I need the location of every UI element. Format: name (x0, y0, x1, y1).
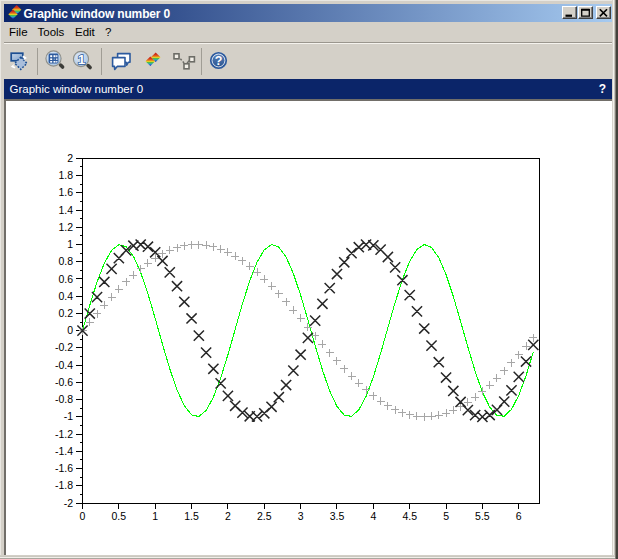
svg-text:1.2: 1.2 (58, 221, 73, 233)
svg-text:0.5: 0.5 (112, 510, 127, 522)
svg-text:6: 6 (516, 510, 522, 522)
svg-text:0: 0 (80, 510, 86, 522)
svg-text:1.8: 1.8 (58, 169, 73, 181)
svg-text:3.5: 3.5 (330, 510, 345, 522)
svg-text:-0.6: -0.6 (55, 376, 73, 388)
svg-text:0.8: 0.8 (58, 255, 73, 267)
svg-text:0.6: 0.6 (58, 273, 73, 285)
svg-text:5.5: 5.5 (475, 510, 490, 522)
svg-text:-0.4: -0.4 (55, 359, 73, 371)
svg-text:1.5: 1.5 (184, 510, 199, 522)
svg-text:2: 2 (225, 510, 231, 522)
svg-text:1.6: 1.6 (58, 186, 73, 198)
svg-text:-1.4: -1.4 (55, 445, 73, 457)
svg-text:4: 4 (370, 510, 376, 522)
svg-text:5: 5 (443, 510, 449, 522)
svg-text:4.5: 4.5 (402, 510, 417, 522)
svg-text:1: 1 (152, 510, 158, 522)
svg-text:2: 2 (67, 152, 73, 164)
svg-text:-1.2: -1.2 (55, 428, 73, 440)
svg-text:0: 0 (67, 324, 73, 336)
svg-text:-2: -2 (64, 497, 73, 509)
svg-text:1.4: 1.4 (58, 204, 73, 216)
svg-text:0.2: 0.2 (58, 307, 73, 319)
svg-text:3: 3 (298, 510, 304, 522)
svg-text:-0.8: -0.8 (55, 393, 73, 405)
svg-text:1: 1 (67, 238, 73, 250)
svg-text:0.4: 0.4 (58, 290, 73, 302)
svg-text:-1.6: -1.6 (55, 462, 73, 474)
svg-text:-1.8: -1.8 (55, 479, 73, 491)
svg-text:2.5: 2.5 (257, 510, 272, 522)
svg-text:-0.2: -0.2 (55, 341, 73, 353)
svg-text:-1: -1 (64, 410, 73, 422)
